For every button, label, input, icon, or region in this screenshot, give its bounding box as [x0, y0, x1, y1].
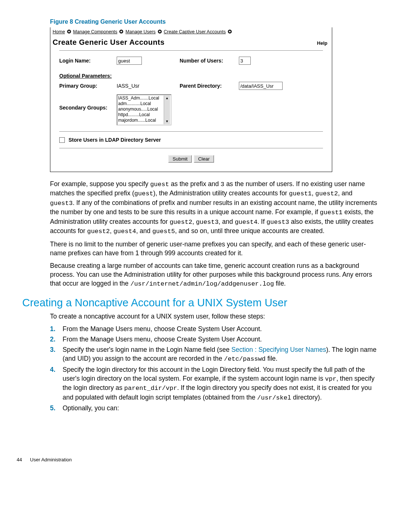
- clear-button[interactable]: Clear: [194, 155, 214, 163]
- bc-create-captive[interactable]: Create Captive User Accounts: [164, 29, 226, 34]
- form-area: Login Name: Number of Users: Optional Pa…: [59, 50, 323, 166]
- paragraph-limit: There is no limit to the number of gener…: [50, 240, 378, 257]
- bc-manage-components[interactable]: Manage Components: [73, 29, 117, 34]
- step-number: 4.: [50, 365, 63, 403]
- scroll-up-icon[interactable]: ▲: [166, 95, 169, 101]
- num-users-label: Number of Users:: [180, 58, 239, 64]
- num-users-input[interactable]: [239, 57, 251, 65]
- paragraph-example: For example, suppose you specify guest a…: [50, 179, 378, 236]
- panel-title: Create Generic User Accounts: [53, 38, 164, 47]
- login-name-input[interactable]: [117, 57, 142, 65]
- page-number: 44: [17, 457, 22, 462]
- section-heading: Creating a Noncaptive Account for a UNIX…: [22, 297, 378, 309]
- page-footer: 44 User Administration: [17, 457, 378, 462]
- step-number: 1.: [50, 324, 63, 333]
- optional-params-header: Optional Parameters:: [59, 73, 323, 79]
- separator: [59, 148, 323, 148]
- section-link[interactable]: Section : Specifying User Names: [231, 346, 326, 353]
- step-5: 5. Optionally, you can:: [50, 404, 378, 413]
- primary-group-label: Primary Group:: [59, 83, 117, 89]
- step-4: 4. Specify the login directory for this …: [50, 365, 378, 403]
- screenshot-panel: Home ✪ Manage Components ✪ Manage Users …: [50, 27, 332, 172]
- intro-text: To create a noncaptive account for a UNI…: [50, 312, 378, 321]
- bc-sep-icon: ✪: [67, 29, 71, 34]
- listbox-scrollbar[interactable]: ▲ ▼: [164, 95, 170, 124]
- submit-button[interactable]: Submit: [168, 155, 192, 163]
- parent-dir-input[interactable]: [239, 82, 283, 90]
- step-number: 3.: [50, 345, 63, 364]
- paragraph-background: Because creating a large number of accou…: [50, 261, 378, 289]
- scroll-down-icon[interactable]: ▼: [166, 119, 169, 124]
- ldap-label: Store Users in LDAP Directory Server: [69, 137, 161, 143]
- secondary-groups-label: Secondary Groups:: [59, 94, 117, 111]
- step-2: 2. From the Manage Users menu, choose Cr…: [50, 335, 378, 344]
- step-3: 3. Specify the user's login name in the …: [50, 345, 378, 364]
- separator: [59, 131, 323, 132]
- bc-sep-icon: ✪: [158, 29, 162, 34]
- bc-sep-icon: ✪: [228, 29, 232, 34]
- bc-sep-icon: ✪: [119, 29, 123, 34]
- step-number: 2.: [50, 335, 63, 344]
- secondary-groups-listbox[interactable]: IASS_Adm.......Local adm...........Local…: [117, 94, 171, 125]
- login-name-label: Login Name:: [59, 58, 117, 64]
- steps-list: 1. From the Manage Users menu, choose Cr…: [50, 324, 378, 413]
- bc-home[interactable]: Home: [53, 29, 65, 34]
- bc-manage-users[interactable]: Manage Users: [126, 29, 156, 34]
- figure-caption: Figure 8 Creating Generic User Accounts: [50, 18, 378, 25]
- breadcrumb: Home ✪ Manage Components ✪ Manage Users …: [50, 27, 332, 35]
- step-number: 5.: [50, 404, 63, 413]
- footer-section: User Administration: [30, 457, 72, 462]
- parent-dir-label: Parent Directory:: [180, 83, 239, 89]
- step-1: 1. From the Manage Users menu, choose Cr…: [50, 324, 378, 333]
- ldap-checkbox[interactable]: [59, 137, 65, 143]
- help-link[interactable]: Help: [317, 40, 327, 46]
- listbox-items[interactable]: IASS_Adm.......Local adm...........Local…: [118, 95, 164, 124]
- primary-group-value: IASS_Usr: [117, 83, 180, 89]
